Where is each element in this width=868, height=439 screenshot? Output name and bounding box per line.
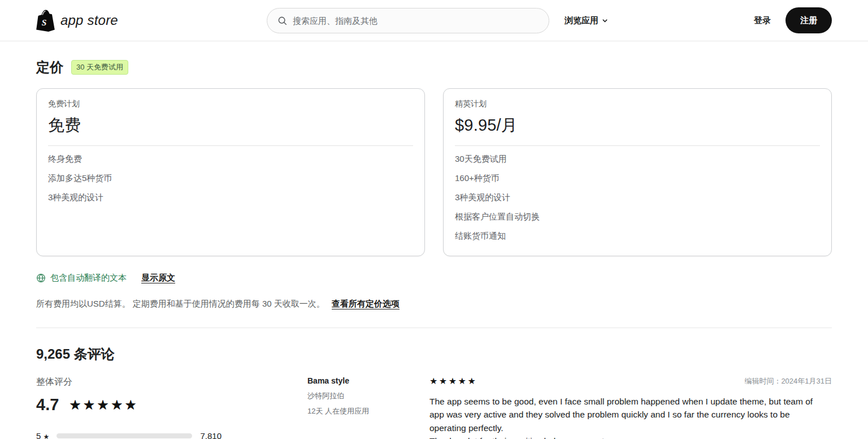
billing-note: 所有费用均以USD结算。 定期费用和基于使用情况的费用每 30 天收取一次。 xyxy=(36,299,325,308)
plan-price: 免费 xyxy=(48,114,413,137)
logo-wordmark: app store xyxy=(60,12,118,28)
search-icon xyxy=(277,16,287,25)
review-paragraph: The app seems to be good, even I face sm… xyxy=(429,395,825,434)
search-input[interactable] xyxy=(293,16,539,25)
card-divider xyxy=(455,145,820,146)
review-edited-date: 编辑时间：2024年1月31日 xyxy=(744,376,832,386)
signup-button[interactable]: 注册 xyxy=(785,7,832,33)
plan-feature: 160+种货币 xyxy=(455,169,820,188)
rating-count-link[interactable]: 7,810 xyxy=(192,431,222,439)
plan-feature-list: 终身免费添加多达5种货币3种美观的设计 xyxy=(48,149,413,207)
overall-stars: ☆☆☆☆☆ ★★★★★ xyxy=(69,398,138,412)
overall-rating-label: 整体评分 xyxy=(36,376,222,388)
overall-rating-column: 整体评分 4.7 ☆☆☆☆☆ ★★★★★ 5 ★7,8104 ★9943 ★20… xyxy=(36,376,222,439)
reviewer-location: 沙特阿拉伯 xyxy=(307,391,429,401)
shopify-logo[interactable]: S app store xyxy=(36,10,118,32)
chevron-down-icon xyxy=(602,18,608,24)
stars-filled: ★★★★★ xyxy=(69,398,134,412)
plan-feature: 3种美观的设计 xyxy=(455,188,820,207)
review-paragraph: Thanks a lot for their positive help an … xyxy=(429,434,825,439)
plan-name: 免费计划 xyxy=(48,99,413,109)
overall-score-row: 4.7 ☆☆☆☆☆ ★★★★★ xyxy=(36,395,222,414)
reviewer-name: Bama style xyxy=(307,376,429,385)
review-content-column: ★★★★★ 编辑时间：2024年1月31日 The app seems to b… xyxy=(429,376,832,439)
plan-name: 精英计划 xyxy=(455,99,820,109)
login-link[interactable]: 登录 xyxy=(754,15,771,26)
see-all-pricing-link[interactable]: 查看所有定价选项 xyxy=(332,299,400,308)
auto-translated-label: 包含自动翻译的文本 xyxy=(50,273,127,283)
reviewer-usage-duration: 12天 人在使用应用 xyxy=(307,406,429,416)
review-stars: ★★★★★ xyxy=(429,377,477,386)
plan-price: $9.95/月 xyxy=(455,114,820,137)
overall-score-value: 4.7 xyxy=(36,395,59,414)
auto-translated-row: 包含自动翻译的文本 显示原文 xyxy=(36,273,832,283)
pricing-card-free: 免费计划 免费 终身免费添加多达5种货币3种美观的设计 xyxy=(36,88,425,256)
pricing-cards: 免费计划 免费 终身免费添加多达5种货币3种美观的设计 精英计划 $9.95/月… xyxy=(36,88,832,256)
svg-text:S: S xyxy=(42,17,47,27)
plan-feature: 3种美观的设计 xyxy=(48,188,413,207)
pricing-card-elite: 精英计划 $9.95/月 30天免费试用160+种货币3种美观的设计根据客户位置… xyxy=(443,88,832,256)
review-header: ★★★★★ 编辑时间：2024年1月31日 xyxy=(429,376,832,386)
show-original-link[interactable]: 显示原文 xyxy=(141,273,175,283)
star-level-label: 5 ★ xyxy=(36,431,57,439)
rating-bar-row: 5 ★7,810 xyxy=(36,427,222,439)
rating-histogram: 5 ★7,8104 ★9943 ★206 xyxy=(36,427,222,439)
pricing-section-header: 定价 30 天免费试用 xyxy=(36,58,832,76)
section-divider xyxy=(36,328,832,328)
rating-bar-track xyxy=(57,433,192,438)
reviews-count-title: 9,265 条评论 xyxy=(36,345,832,363)
plan-feature: 根据客户位置自动切换 xyxy=(455,207,820,226)
plan-feature: 终身免费 xyxy=(48,149,413,169)
reviews-section: 整体评分 4.7 ☆☆☆☆☆ ★★★★★ 5 ★7,8104 ★9943 ★20… xyxy=(36,376,832,439)
review-text: The app seems to be good, even I face sm… xyxy=(429,395,825,439)
search-bar[interactable] xyxy=(267,8,549,33)
reviewer-column: Bama style 沙特阿拉伯 12天 人在使用应用 xyxy=(307,376,429,439)
plan-feature-list: 30天免费试用160+种货币3种美观的设计根据客户位置自动切换结账货币通知 xyxy=(455,149,820,246)
card-divider xyxy=(48,145,413,146)
billing-note-row: 所有费用均以USD结算。 定期费用和基于使用情况的费用每 30 天收取一次。 查… xyxy=(36,299,832,309)
plan-feature: 结账货币通知 xyxy=(455,226,820,246)
app-store-header: S app store 浏览应用 登录 注册 xyxy=(0,0,868,41)
browse-apps-label: 浏览应用 xyxy=(565,15,598,26)
main-content: 定价 30 天免费试用 免费计划 免费 终身免费添加多达5种货币3种美观的设计 … xyxy=(0,58,868,439)
plan-feature: 30天免费试用 xyxy=(455,149,820,169)
browse-apps-menu[interactable]: 浏览应用 xyxy=(565,15,608,26)
pricing-title: 定价 xyxy=(36,58,63,76)
globe-icon xyxy=(36,273,46,283)
free-trial-badge: 30 天免费试用 xyxy=(71,60,128,75)
plan-feature: 添加多达5种货币 xyxy=(48,169,413,188)
shopify-bag-icon: S xyxy=(36,10,55,32)
